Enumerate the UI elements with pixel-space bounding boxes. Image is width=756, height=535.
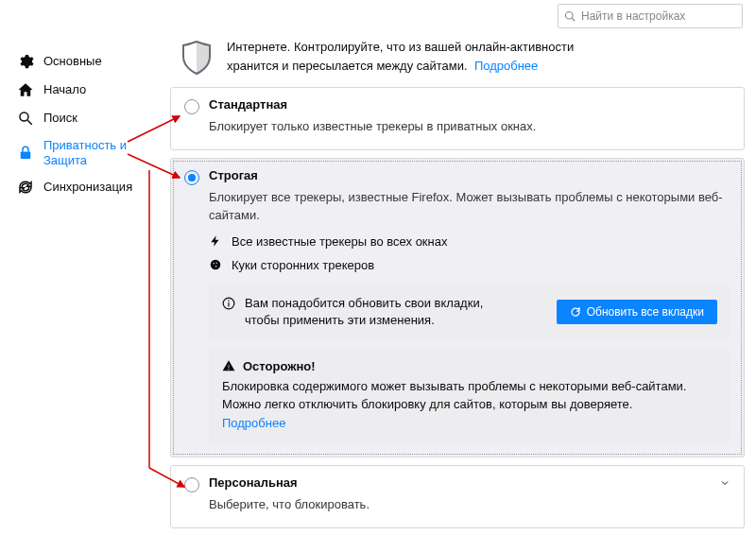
sidebar-item-search[interactable]: Поиск [13,104,164,132]
radio-standard[interactable] [184,99,199,114]
strict-desc: Блокирует все трекеры, известные Firefox… [209,189,730,225]
sidebar-item-privacy[interactable]: Приватность и Защита [13,132,164,173]
search-input[interactable]: Найти в настройках [558,4,743,28]
strict-title: Строгая [209,168,258,182]
sidebar-item-label: Начало [43,82,86,97]
custom-title: Персональная [209,475,298,490]
content: Интернете. Контролируйте, что из вашей о… [170,38,745,535]
intro-text: Интернете. Контролируйте, что из вашей о… [227,38,574,75]
option-custom[interactable]: Персональная Выберите, что блокировать. [170,465,745,528]
svg-point-5 [211,260,221,270]
svg-point-0 [566,12,574,20]
svg-line-1 [572,18,575,21]
sidebar-item-label: Приватность и Защита [43,138,161,167]
reload-label: Обновить все вкладки [587,305,704,319]
radio-strict[interactable] [184,170,199,185]
sidebar: Основные Начало Поиск Приватность и Защи… [13,47,164,201]
info-icon [222,297,235,310]
feature-cookies: Куки сторонних трекеров [209,258,730,272]
search-icon [564,10,576,22]
intro-block: Интернете. Контролируйте, что из вашей о… [170,38,745,87]
gear-icon [17,53,34,70]
shield-icon [180,40,214,78]
sidebar-item-home[interactable]: Начало [13,76,164,104]
warning-box: Осторожно! Блокировка содержимого может … [209,348,730,444]
reload-icon [570,306,581,318]
feature-label: Все известные трекеры во всех окнах [232,234,447,249]
warning-title: Осторожно! [243,359,316,373]
option-strict[interactable]: Строгая Блокирует все трекеры, известные… [170,158,745,458]
topbar: Найти в настройках [558,4,743,28]
svg-point-6 [213,263,215,265]
svg-rect-4 [21,151,31,159]
option-standard[interactable]: Стандартная Блокирует только известные т… [170,87,745,150]
custom-desc: Выберите, что блокировать. [209,496,730,514]
reload-notice: Вам понадобится обновить свои вкладки, ч… [209,284,730,340]
sidebar-item-label: Основные [43,54,102,69]
svg-point-7 [216,263,217,264]
search-placeholder: Найти в настройках [581,9,685,23]
standard-title: Стандартная [209,97,287,112]
sync-icon [17,179,34,196]
standard-desc: Блокирует только известные трекеры в при… [209,118,730,136]
svg-point-10 [228,300,230,302]
chevron-down-icon[interactable] [719,477,730,489]
warning-more-link[interactable]: Подробнее [222,416,285,430]
svg-point-2 [20,112,28,121]
svg-line-3 [27,120,32,125]
learn-more-link[interactable]: Подробнее [474,59,538,73]
sidebar-item-sync[interactable]: Синхронизация [13,173,164,201]
warning-icon [222,359,235,372]
intro-line2: хранится и пересылается между сайтами. [227,59,468,73]
reload-tabs-button[interactable]: Обновить все вкладки [557,300,717,324]
svg-point-8 [215,266,217,268]
svg-rect-11 [228,302,229,306]
feature-trackers: Все известные трекеры во всех окнах [209,234,730,249]
lock-icon [17,145,34,162]
radio-custom[interactable] [184,477,199,492]
sidebar-item-label: Синхронизация [43,180,132,195]
search-icon [17,110,34,127]
sidebar-item-label: Поиск [43,111,77,126]
cookie-icon [209,258,222,271]
sidebar-item-general[interactable]: Основные [13,47,164,76]
bolt-icon [209,234,222,248]
intro-line1: Интернете. Контролируйте, что из вашей о… [227,40,574,54]
notice-text: Вам понадобится обновить свои вкладки, ч… [245,295,490,329]
warning-body: Блокировка содержимого может вызывать пр… [222,379,686,412]
feature-label: Куки сторонних трекеров [232,258,374,272]
home-icon [17,81,34,98]
